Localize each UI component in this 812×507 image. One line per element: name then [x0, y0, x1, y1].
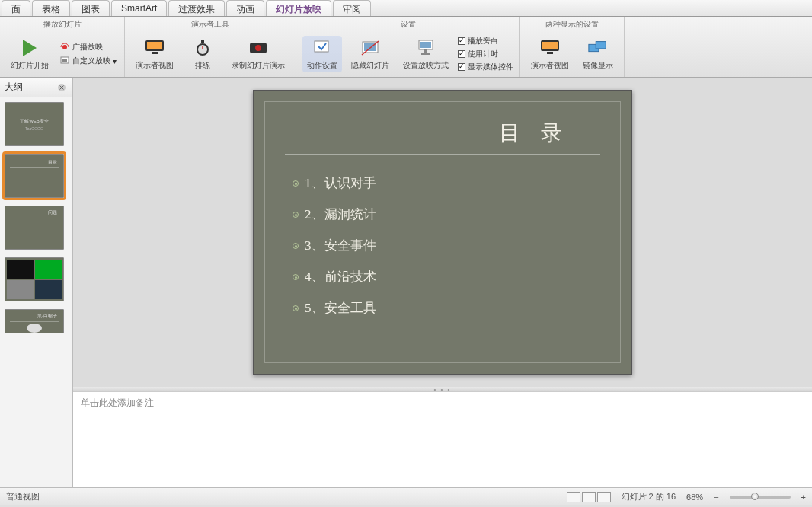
action-settings-button[interactable]: 动作设置 [302, 36, 342, 72]
menu-tab[interactable]: 表格 [32, 0, 70, 16]
group-label: 设置 [302, 19, 513, 30]
toc-item: 1、认识对手 [293, 174, 620, 192]
presenter-view-button[interactable]: 演示者视图 [131, 36, 178, 72]
bullet-icon [293, 243, 299, 249]
slide-title[interactable]: 目 录 [285, 102, 600, 155]
ribbon-group-presenter-tools: 演示者工具 演示者视图 排练 录制幻灯片演示 [125, 17, 296, 77]
toc-item-text: 4、前沿技术 [305, 268, 376, 285]
toc-item: 4、前沿技术 [293, 268, 620, 285]
toc-item-text: 2、漏洞统计 [305, 206, 376, 223]
zoom-out-button[interactable]: − [714, 493, 718, 502]
notes-placeholder: 单击此处添加备注 [81, 397, 154, 408]
record-icon [248, 37, 269, 59]
normal-view-button[interactable] [567, 492, 580, 502]
slide-thumbnail[interactable]: 黑/白帽子 [5, 309, 64, 333]
start-slideshow-button[interactable]: 幻灯片开始 [6, 36, 53, 72]
bullet-icon [293, 212, 299, 218]
close-icon[interactable] [56, 81, 68, 94]
svg-rect-3 [62, 59, 67, 62]
toc-item-text: 1、认识对手 [305, 174, 376, 192]
slide-editor: 目 录 1、认识对手2、漏洞统计3、安全事件4、前沿技术5、安全工具 • • •… [73, 78, 812, 487]
svg-rect-9 [201, 40, 204, 43]
svg-marker-0 [23, 40, 37, 56]
ribbon-group-setup: 设置 动作设置 隐藏幻灯片 设置放映方式 播放旁白 [296, 17, 520, 77]
group-label: 播放幻灯片 [6, 19, 118, 30]
slide-thumbnail[interactable]: 问题 · · · · · · [5, 206, 64, 250]
toc-item: 2、漏洞统计 [293, 206, 620, 223]
zoom-slider-thumb[interactable] [751, 493, 759, 500]
view-mode-switcher [567, 492, 611, 502]
broadcast-button[interactable]: 广播放映 [58, 41, 118, 53]
menu-tabs: 面表格图表SmartArt过渡效果动画幻灯片放映审阅 [0, 0, 812, 17]
svg-rect-5 [147, 42, 162, 49]
ribbon-group-two-display: 两种显示的设置 演示者视图 镜像显示 [520, 17, 625, 77]
bullet-icon [293, 274, 299, 280]
slide-stage: 目 录 1、认识对手2、漏洞统计3、安全事件4、前沿技术5、安全工具 [73, 78, 812, 387]
stopwatch-icon [192, 37, 213, 59]
timing-checkbox[interactable]: 使用计时 [458, 49, 513, 59]
custom-show-icon [59, 56, 70, 66]
svg-rect-23 [547, 52, 553, 54]
hide-slide-icon [360, 37, 381, 59]
narration-checkbox[interactable]: 播放旁白 [458, 36, 513, 46]
view-mode-label: 普通视图 [6, 491, 40, 502]
svg-point-12 [255, 45, 261, 51]
menu-tab[interactable]: 审阅 [333, 0, 371, 16]
thumbnail-list: 了解WEB安全 TaoGOGO 目录 问题 · · · · · · 黑/白帽子 [0, 97, 72, 487]
status-bar: 普通视图 幻灯片 2 的 16 68% − + [0, 487, 812, 505]
slideshow-view-button[interactable] [597, 492, 611, 502]
projector-icon [415, 37, 436, 59]
svg-rect-25 [596, 42, 606, 49]
svg-rect-6 [152, 52, 158, 54]
svg-rect-18 [420, 42, 431, 48]
slide-thumbnail[interactable]: 了解WEB安全 TaoGOGO [5, 102, 64, 146]
bullet-icon [293, 180, 299, 187]
rehearse-button[interactable]: 排练 [183, 36, 222, 72]
monitor-icon [539, 37, 561, 59]
broadcast-icon [59, 42, 70, 53]
ribbon: 播放幻灯片 幻灯片开始 广播放映 自定义 [0, 17, 812, 78]
toc-item: 5、安全工具 [293, 299, 620, 317]
slide-thumbnail[interactable] [5, 257, 64, 301]
zoom-in-button[interactable]: + [801, 493, 806, 502]
sorter-view-button[interactable] [582, 492, 596, 502]
slide-canvas[interactable]: 目 录 1、认识对手2、漏洞统计3、安全事件4、前沿技术5、安全工具 [253, 90, 632, 375]
toc-item-text: 3、安全事件 [305, 237, 376, 254]
menu-tab[interactable]: SmartArt [111, 0, 167, 16]
chevron-down-icon: ▾ [113, 57, 117, 65]
menu-tab[interactable]: 过渡效果 [168, 0, 225, 16]
workspace: 大纲 了解WEB安全 TaoGOGO 目录 问题 · · · · · · [0, 78, 812, 487]
monitor-icon [144, 37, 165, 59]
toc-item-text: 5、安全工具 [305, 299, 376, 317]
play-icon [19, 37, 40, 59]
zoom-level: 68% [686, 493, 703, 502]
group-label: 演示者工具 [131, 19, 289, 30]
slide-thumbnail[interactable]: 目录 [5, 154, 64, 198]
thumb-panel-header: 大纲 [0, 78, 72, 97]
record-slideshow-button[interactable]: 录制幻灯片演示 [227, 36, 289, 72]
outline-tab-label[interactable]: 大纲 [5, 81, 23, 94]
custom-show-button[interactable]: 自定义放映 ▾ [58, 55, 118, 67]
zoom-slider[interactable] [730, 496, 791, 499]
action-icon [312, 37, 333, 59]
menu-tab[interactable]: 图表 [72, 0, 110, 16]
thumbnail-panel: 大纲 了解WEB安全 TaoGOGO 目录 问题 · · · · · · [0, 78, 73, 487]
svg-rect-22 [542, 42, 558, 49]
presenter-view-btn2[interactable]: 演示者视图 [526, 36, 574, 72]
svg-rect-20 [421, 53, 430, 55]
menu-tab[interactable]: 幻灯片放映 [266, 0, 331, 16]
toc-item: 3、安全事件 [293, 237, 620, 254]
menu-tab[interactable]: 动画 [226, 0, 264, 16]
ribbon-group-play: 播放幻灯片 幻灯片开始 广播放映 自定义 [0, 17, 125, 77]
menu-tab[interactable]: 面 [2, 0, 30, 16]
slide-toc-list[interactable]: 1、认识对手2、漏洞统计3、安全事件4、前沿技术5、安全工具 [265, 155, 620, 317]
mirror-display-button[interactable]: 镜像显示 [578, 36, 618, 72]
notes-pane[interactable]: 单击此处添加备注 [73, 391, 812, 487]
setup-show-button[interactable]: 设置放映方式 [398, 36, 453, 72]
bullet-icon [293, 305, 299, 311]
slide-counter: 幻灯片 2 的 16 [622, 491, 676, 502]
hide-slide-button[interactable]: 隐藏幻灯片 [347, 36, 394, 72]
svg-point-1 [62, 45, 67, 49]
group-label: 两种显示的设置 [526, 19, 618, 30]
media-controls-checkbox[interactable]: 显示媒体控件 [458, 62, 513, 72]
